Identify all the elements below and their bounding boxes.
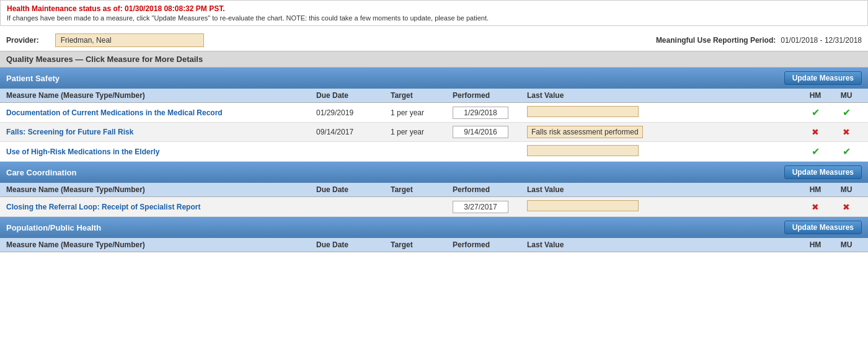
last-value-box-0-1: Falls risk assessment performed (527, 126, 643, 138)
category-name-0: Patient Safety (6, 74, 60, 83)
cross-icon: ✖ (843, 202, 850, 212)
performed-cell-1-0: 3/27/2017 (453, 201, 527, 213)
col-header-cell-2-6: MU (831, 240, 862, 249)
col-header-row-2: Measure Name (Measure Type/Number)Due Da… (0, 238, 868, 252)
col-header-cell-0-6: MU (831, 91, 862, 100)
check-icon: ✔ (843, 107, 851, 118)
col-header-cell-1-5: HM (800, 185, 831, 194)
measure-link-1-0[interactable]: Closing the Referral Loop: Receipt of Sp… (6, 203, 200, 211)
note-line: If changes have been made to a measure, … (7, 14, 861, 22)
mu-cell-1-0: ✖ (831, 202, 862, 212)
last-value-box-0-0 (527, 106, 639, 117)
performed-cell-0-1: 9/14/2016 (453, 126, 527, 138)
mu-period-value: 01/01/2018 - 12/31/2018 (781, 36, 862, 45)
table-row: Closing the Referral Loop: Receipt of Sp… (0, 197, 868, 217)
performed-box-0-0: 1/29/2018 (453, 107, 508, 119)
last-value-cell-0-1: Falls risk assessment performed (527, 126, 800, 138)
measure-link-0-1[interactable]: Falls: Screening for Future Fall Risk (6, 128, 133, 136)
table-row: Documentation of Current Medications in … (0, 103, 868, 123)
col-header-cell-2-2: Target (391, 240, 453, 249)
last-value-box-0-2 (527, 145, 639, 156)
mu-cell-0-2: ✔ (831, 146, 862, 157)
update-measures-button-2[interactable]: Update Measures (784, 221, 862, 234)
table-row: Use of High-Risk Medications in the Elde… (0, 142, 868, 162)
provider-input[interactable] (55, 33, 204, 47)
quality-measures-title: Quality Measures — Click Measure for Mor… (0, 51, 868, 68)
table-row: Falls: Screening for Future Fall Risk09/… (0, 123, 868, 142)
col-header-cell-2-4: Last Value (527, 240, 800, 249)
col-header-cell-0-2: Target (391, 91, 453, 100)
col-header-cell-1-4: Last Value (527, 185, 800, 194)
col-header-cell-2-3: Performed (453, 240, 527, 249)
measure-link-0-0[interactable]: Documentation of Current Medications in … (6, 108, 223, 117)
mu-cell-0-0: ✔ (831, 107, 862, 118)
provider-row: Provider: Meaningful Use Reporting Perio… (0, 30, 868, 51)
target-cell-0-1: 1 per year (391, 128, 453, 136)
status-line: Health Maintenance status as of: 01/30/2… (7, 4, 861, 13)
performed-box-0-1: 9/14/2016 (453, 126, 508, 138)
col-header-cell-0-3: Performed (453, 91, 527, 100)
measure-name-cell-1-0: Closing the Referral Loop: Receipt of Sp… (6, 203, 316, 211)
check-icon: ✔ (812, 107, 820, 118)
last-value-cell-0-0 (527, 106, 800, 119)
mu-cell-0-1: ✖ (831, 127, 862, 137)
mu-period-label: Meaningful Use Reporting Period: (656, 36, 776, 45)
cross-icon: ✖ (812, 202, 819, 212)
measure-name-cell-0-2: Use of High-Risk Medications in the Elde… (6, 147, 316, 156)
col-header-cell-0-4: Last Value (527, 91, 800, 100)
col-header-row-1: Measure Name (Measure Type/Number)Due Da… (0, 183, 868, 197)
col-header-cell-0-1: Due Date (316, 91, 391, 100)
col-header-row-0: Measure Name (Measure Type/Number)Due Da… (0, 89, 868, 103)
check-icon: ✔ (843, 146, 851, 157)
col-header-cell-2-5: HM (800, 240, 831, 249)
col-header-cell-2-1: Due Date (316, 240, 391, 249)
last-value-cell-1-0 (527, 200, 800, 213)
hm-cell-0-0: ✔ (800, 107, 831, 118)
mu-period: Meaningful Use Reporting Period: 01/01/2… (656, 36, 862, 45)
col-header-cell-1-6: MU (831, 185, 862, 194)
col-header-cell-1-1: Due Date (316, 185, 391, 194)
due-date-cell-0-1: 09/14/2017 (316, 128, 391, 136)
col-header-cell-1-3: Performed (453, 185, 527, 194)
last-value-cell-0-2 (527, 145, 800, 158)
category-header-2: Population/Public Health Update Measures (0, 217, 868, 238)
measure-name-cell-0-0: Documentation of Current Medications in … (6, 108, 316, 117)
category-header-1: Care Coordination Update Measures (0, 162, 868, 183)
performed-cell-0-0: 1/29/2018 (453, 107, 527, 119)
alert-banner: Health Maintenance status as of: 01/30/2… (0, 0, 868, 26)
performed-box-1-0: 3/27/2017 (453, 201, 508, 213)
measure-name-cell-0-1: Falls: Screening for Future Fall Risk (6, 128, 316, 136)
provider-label: Provider: (6, 36, 39, 45)
category-header-0: Patient Safety Update Measures (0, 68, 868, 89)
col-header-cell-1-2: Target (391, 185, 453, 194)
col-header-cell-2-0: Measure Name (Measure Type/Number) (6, 240, 316, 249)
category-name-1: Care Coordination (6, 168, 76, 177)
target-cell-0-0: 1 per year (391, 108, 453, 117)
update-measures-button-0[interactable]: Update Measures (784, 71, 862, 85)
col-header-cell-1-0: Measure Name (Measure Type/Number) (6, 185, 316, 194)
update-measures-button-1[interactable]: Update Measures (784, 165, 862, 179)
hm-cell-1-0: ✖ (800, 202, 831, 212)
last-value-box-1-0 (527, 200, 639, 211)
category-name-2: Population/Public Health (6, 223, 101, 232)
col-header-cell-0-5: HM (800, 91, 831, 100)
due-date-cell-0-0: 01/29/2019 (316, 108, 391, 117)
measure-link-0-2[interactable]: Use of High-Risk Medications in the Elde… (6, 147, 159, 156)
hm-cell-0-2: ✔ (800, 146, 831, 157)
check-icon: ✔ (812, 146, 820, 157)
hm-cell-0-1: ✖ (800, 127, 831, 137)
cross-icon: ✖ (843, 127, 850, 137)
cross-icon: ✖ (812, 127, 819, 137)
col-header-cell-0-0: Measure Name (Measure Type/Number) (6, 91, 316, 100)
sections-container: Patient Safety Update Measures Measure N… (0, 68, 868, 252)
